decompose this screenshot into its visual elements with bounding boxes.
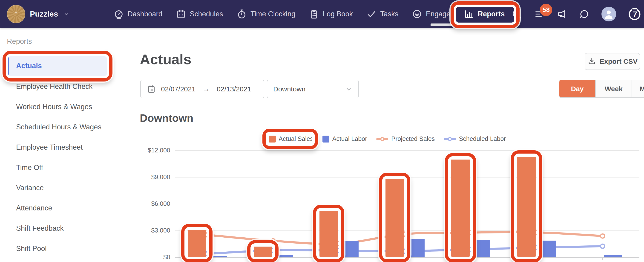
nav-item-time-clocking[interactable]: Time Clocking — [230, 0, 302, 28]
actual-labor-bar — [472, 240, 490, 257]
chart-plot — [175, 129, 640, 262]
sidebar-item-label: Employee Health Check — [16, 82, 93, 91]
user-avatar[interactable] — [602, 7, 616, 22]
smiley-icon — [412, 9, 422, 19]
actual-labor-bar — [208, 256, 227, 257]
actuals-chart: Actual SalesActual LaborProjected SalesS… — [0, 129, 644, 262]
y-axis-label: $9,000 — [136, 174, 170, 181]
sidebar-item-worked-hours-wages[interactable]: Worked Hours & Wages — [0, 97, 123, 117]
breadcrumb: Reports — [7, 37, 32, 46]
notification-count-badge: 58 — [540, 4, 552, 16]
megaphone-button[interactable] — [556, 9, 567, 19]
top-navbar: Puzzles DashboardSchedulesTime ClockingL… — [0, 0, 644, 28]
view-toggle-day[interactable]: Day — [559, 80, 595, 97]
actual-sales-bar — [188, 230, 206, 257]
sidebar-item-employee-health-check[interactable]: Employee Health Check — [0, 76, 123, 97]
actual-labor-bar — [406, 239, 424, 257]
projected-sales-marker — [271, 239, 275, 243]
chevron-down-icon — [345, 85, 352, 93]
x-axis-tick — [207, 257, 208, 260]
export-csv-label: Export CSV — [600, 58, 638, 65]
actual-sales-bar — [517, 157, 536, 257]
actual-labor-bar — [604, 255, 622, 257]
actual-labor-bar — [340, 241, 358, 257]
sidebar-item-label: Variance — [16, 184, 44, 192]
y-axis-label: $6,000 — [136, 200, 170, 207]
sidebar-item-label: Time Off — [16, 163, 43, 172]
actual-sales-bar — [254, 246, 272, 257]
chevron-down-icon — [63, 11, 70, 18]
chat-button[interactable] — [579, 9, 590, 19]
stopwatch-icon — [236, 9, 247, 19]
y-axis-label: $12,000 — [136, 147, 170, 154]
export-csv-button[interactable]: Export CSV — [585, 53, 640, 70]
app-logo-icon[interactable]: 7 — [628, 8, 641, 21]
sidebar-item-label: Shift Feedback — [16, 224, 64, 232]
account-switcher[interactable]: Puzzles — [7, 5, 70, 23]
location-select-value: Downtown — [273, 85, 306, 93]
account-name: Puzzles — [30, 10, 58, 19]
projected-sales-marker — [600, 234, 605, 238]
calendar-icon — [176, 9, 186, 19]
nav-item-label: Tasks — [380, 10, 398, 18]
actual-sales-bar — [320, 211, 338, 257]
activity-lines-button[interactable]: 58 — [534, 9, 544, 19]
date-start-value[interactable]: 02/07/2021 — [161, 85, 196, 93]
sidebar-item-label: Scheduled Hours & Wages — [16, 123, 102, 131]
nav-item-label: Engage — [426, 10, 450, 18]
svg-text:7: 7 — [633, 10, 637, 19]
chat-icon — [579, 9, 590, 19]
nav-item-tasks[interactable]: Tasks — [360, 0, 405, 28]
date-range-picker[interactable]: 02/07/2021 → 02/13/2021 — [140, 80, 264, 98]
search-button[interactable] — [511, 9, 522, 19]
account-avatar[interactable] — [7, 5, 25, 23]
x-axis-tick — [273, 257, 274, 260]
sidebar-item-label: Attendance — [16, 204, 52, 212]
view-toggle-month[interactable]: Month — [632, 80, 644, 97]
nav-item-label: Dashboard — [128, 10, 162, 18]
nav-item-schedules[interactable]: Schedules — [169, 0, 230, 28]
bar-chart-icon — [464, 9, 474, 19]
date-range-arrow: → — [202, 85, 210, 93]
nav-right-icons: 587 — [511, 7, 644, 22]
check-icon — [366, 9, 377, 19]
nav-item-label: Time Clocking — [250, 10, 295, 18]
nav-item-label: Reports — [478, 10, 504, 18]
sidebar-item-actuals[interactable]: Actuals — [0, 55, 123, 76]
x-axis-tick — [602, 257, 603, 260]
actual-sales-bar — [451, 160, 470, 257]
view-toggle-week[interactable]: Week — [595, 80, 632, 97]
search-icon — [511, 9, 522, 19]
granularity-toggle: DayWeekMonth — [559, 80, 644, 98]
sidebar-item-label: Actuals — [16, 62, 42, 70]
sidebar-item-label: Shift Pool — [16, 244, 47, 253]
y-axis-label: $0 — [136, 254, 170, 261]
actual-labor-bar — [538, 240, 556, 257]
nav-item-log-book[interactable]: Log Book — [302, 0, 360, 28]
nav-item-dashboard[interactable]: Dashboard — [107, 0, 169, 28]
person-icon — [603, 8, 615, 20]
sidebar-item-label: Employee Timesheet — [16, 143, 82, 151]
y-axis-label: $3,000 — [136, 227, 170, 234]
x-axis-tick — [536, 257, 537, 260]
nav-item-label: Schedules — [190, 10, 223, 18]
date-end-value[interactable]: 02/13/2021 — [217, 85, 251, 93]
clipboard-icon — [309, 9, 319, 19]
location-select[interactable]: Downtown — [267, 80, 359, 98]
x-axis-tick — [470, 257, 471, 260]
chart-section-title: Downtown — [140, 112, 194, 124]
actual-labor-bar — [274, 255, 293, 257]
page-title: Actuals — [140, 51, 191, 68]
megaphone-icon — [556, 9, 567, 19]
dashboard-icon — [114, 9, 124, 19]
calendar-icon — [147, 85, 156, 94]
download-icon — [587, 57, 596, 66]
sidebar-item-label: Worked Hours & Wages — [16, 103, 92, 111]
actual-sales-bar — [386, 179, 404, 257]
x-axis-tick — [405, 257, 405, 260]
x-axis-tick — [339, 257, 339, 260]
scheduled-labor-marker — [600, 244, 605, 248]
nav-item-label: Log Book — [323, 10, 353, 18]
active-tab-underline — [430, 24, 484, 26]
